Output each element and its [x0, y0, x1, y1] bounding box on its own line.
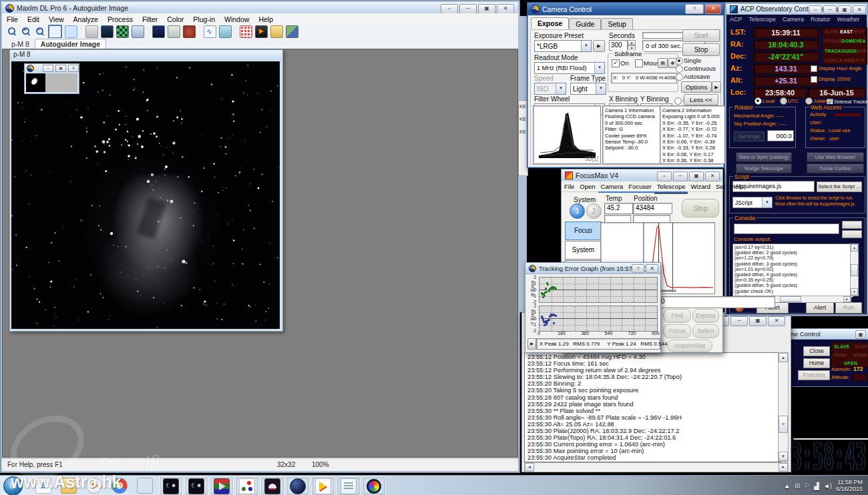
image-document-title[interactable]: p-M 8	[10, 50, 282, 61]
action-center-icon[interactable]: ⚐	[804, 482, 810, 490]
menu-item-edit[interactable]: Edit	[23, 14, 44, 25]
help-icon[interactable]: ?	[685, 4, 704, 14]
focusmax-menu-help[interactable]: Help	[728, 181, 746, 191]
dome-home-button[interactable]: Home	[803, 358, 830, 368]
zoom-out-icon[interactable]	[34, 26, 45, 37]
maxim-minimize-button[interactable]: ─	[459, 4, 477, 14]
scroll-up-icon[interactable]: ▲	[851, 244, 858, 252]
color-wheel-icon[interactable]	[362, 476, 386, 495]
focusmax-menu-focuser[interactable]: Focuser	[626, 181, 654, 191]
use-web-browser-button[interactable]: Use Web Browser	[807, 152, 864, 162]
select-script-button[interactable]: Select the Script ...	[817, 181, 862, 192]
focusmax-minimize-button[interactable]: ─	[673, 171, 688, 181]
maxim-pin-button[interactable]: ⇔	[441, 4, 458, 14]
slew-sync-button[interactable]: Slew or Sync (catalog)	[736, 152, 792, 162]
set-angle-button[interactable]: Set Angle	[734, 131, 765, 141]
console-input[interactable]	[734, 223, 839, 234]
temp-field[interactable]: 45.2	[604, 203, 633, 214]
acp-menu-camera[interactable]: Camera	[779, 15, 807, 25]
acp-minimize-button[interactable]: ─	[823, 5, 837, 14]
menu-item-process[interactable]: Process	[103, 14, 138, 25]
zoom-mode-icon[interactable]	[6, 26, 17, 37]
guide-close-button[interactable]: ✕	[68, 65, 79, 72]
screen-stretch-icon[interactable]	[152, 25, 165, 38]
scroll-right-icon[interactable]: ►	[843, 296, 851, 302]
log-minimize-button[interactable]: ─	[730, 316, 748, 326]
readout-mode-select[interactable]: 1 MHz (RBI Flood)▼	[534, 62, 605, 74]
inspect-image-icon[interactable]	[132, 25, 144, 38]
focusmax-menu-file[interactable]: File	[562, 181, 577, 191]
chevron-down-icon[interactable]: ▼	[762, 197, 772, 207]
observatory-dome-icon[interactable]	[260, 476, 284, 495]
position-field[interactable]: 43484	[633, 203, 672, 214]
subframe-coords-field[interactable]: X: 0 Y: 0 W:4096 H:4096	[611, 73, 677, 83]
radio-local[interactable]	[754, 97, 762, 105]
single-radio[interactable]	[676, 57, 683, 65]
focus-button[interactable]: Focus	[663, 324, 691, 338]
pinpoint-icon[interactable]	[311, 476, 335, 495]
acquirestar-button[interactable]: AcquireStar	[667, 340, 712, 352]
focusmax-menu-wizard[interactable]: Wizard	[688, 181, 713, 191]
planetarium-icon-1[interactable]: ☾✷	[159, 476, 183, 495]
acp-menu-acp[interactable]: ACP	[726, 15, 746, 25]
subframe-edit-icon[interactable]: ▤	[658, 58, 668, 68]
align-checker-icon[interactable]	[116, 25, 129, 38]
find-button[interactable]: Find	[663, 309, 691, 323]
system2-button[interactable]: 2	[586, 203, 602, 219]
zoom-box-icon[interactable]	[48, 25, 62, 39]
focusmax-menu-camera[interactable]: Camera	[598, 181, 626, 191]
continuous-radio[interactable]	[676, 65, 683, 73]
console-vscrollbar[interactable]: ▲ ▼	[850, 243, 859, 296]
select-button[interactable]: Select	[692, 324, 719, 338]
nudge-telescope-button[interactable]: Nudge Telescope	[736, 163, 792, 173]
stop-button[interactable]: Stop	[682, 43, 720, 56]
focusmax-menu-open[interactable]: Open	[577, 181, 598, 191]
log-horizontal-scrollbar[interactable]: ◄ ►	[524, 462, 789, 472]
tracking-help-icon[interactable]: ?	[632, 264, 644, 273]
menu-item-plug-in[interactable]: Plug-in	[188, 14, 220, 25]
menu-item-help[interactable]: Help	[254, 14, 278, 25]
exposure-preset-select[interactable]: *LRGB▼	[534, 40, 592, 52]
tracking-close-button[interactable]: ✕	[646, 264, 658, 273]
less-button[interactable]: Less <<	[684, 94, 718, 105]
focusmax-maximize-button[interactable]: ▣	[689, 171, 704, 181]
tracking-expand-button[interactable]: ▶	[527, 338, 536, 350]
dome-maximize-button[interactable]: ▣	[855, 330, 866, 339]
scroll-left-icon[interactable]: ◄	[525, 463, 534, 472]
spin-up-icon[interactable]: ▲	[628, 40, 636, 45]
preset-menu-button[interactable]: ▶	[593, 40, 605, 52]
rotator-angle-field[interactable]: 000.0	[767, 130, 794, 141]
focus-tab-button[interactable]: Focus	[565, 221, 602, 240]
maxim-close-button[interactable]: ✕	[497, 4, 514, 14]
pin-icon[interactable]	[85, 25, 98, 38]
chevron-down-icon[interactable]: ▼	[596, 83, 606, 94]
options-button[interactable]: Options	[681, 81, 712, 93]
focusmax-stop-button[interactable]: Stop	[682, 199, 719, 217]
acp-menu-help[interactable]: Help	[863, 15, 868, 25]
log-scroll-thumb[interactable]: ≡	[779, 416, 788, 433]
console-aux-button-2[interactable]	[842, 230, 862, 238]
color-grid-icon[interactable]	[134, 476, 156, 494]
chevron-down-icon[interactable]: ▼	[594, 63, 604, 73]
mosaic-icon[interactable]	[286, 25, 298, 38]
menu-item-color[interactable]: Color	[162, 14, 188, 25]
radio-utc[interactable]	[780, 97, 787, 105]
script-language-select[interactable]: JScript▼	[732, 197, 773, 208]
console-scroll-thumb[interactable]	[851, 264, 858, 276]
tile-windows-icon[interactable]	[219, 25, 232, 38]
maxim-dl-icon[interactable]	[210, 476, 234, 495]
focusmax-pin-button[interactable]: ⇔	[657, 171, 672, 181]
acp-menu-telescope[interactable]: Telescope	[746, 15, 780, 25]
tab-setup[interactable]: Setup	[601, 18, 632, 29]
scroll-right-icon[interactable]: ►	[779, 463, 788, 472]
acp-menu-rotator[interactable]: Rotator	[807, 15, 834, 25]
log-close-button[interactable]: ✕	[768, 316, 785, 326]
system1-button[interactable]: 1	[570, 203, 585, 219]
notepad-icon[interactable]	[337, 476, 361, 495]
focusmax-menu-telescope[interactable]: Telescope	[654, 181, 688, 191]
volume-icon[interactable]: ◄)	[823, 482, 832, 490]
tray-clock[interactable]: 11:58 PM 6/16/2015	[836, 479, 863, 492]
dome-control-button[interactable]: Dome Control	[807, 163, 864, 173]
menu-item-file[interactable]: File	[2, 14, 23, 25]
notes-icon[interactable]	[270, 25, 283, 38]
